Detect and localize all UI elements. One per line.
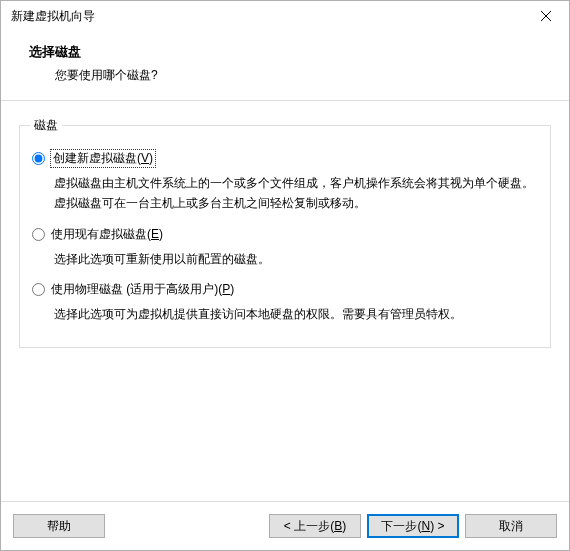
back-button[interactable]: < 上一步(B): [269, 514, 361, 538]
header-panel: 选择磁盘 您要使用哪个磁盘?: [1, 31, 569, 101]
wizard-window: 新建虚拟机向导 选择磁盘 您要使用哪个磁盘? 磁盘 创建新虚拟磁盘(V) 虚拟磁…: [0, 0, 570, 551]
option-create-new-label: 创建新虚拟磁盘(V): [51, 150, 155, 167]
page-title: 选择磁盘: [29, 43, 549, 61]
option-use-existing: 使用现有虚拟磁盘(E) 选择此选项可重新使用以前配置的磁盘。: [30, 226, 540, 269]
option-use-physical-row[interactable]: 使用物理磁盘 (适用于高级用户)(P): [32, 281, 540, 298]
radio-use-existing[interactable]: [32, 228, 45, 241]
window-title: 新建虚拟机向导: [11, 8, 523, 25]
next-button[interactable]: 下一步(N) >: [367, 514, 459, 538]
option-use-physical-label: 使用物理磁盘 (适用于高级用户)(P): [51, 281, 234, 298]
option-use-existing-label: 使用现有虚拟磁盘(E): [51, 226, 163, 243]
page-subtitle: 您要使用哪个磁盘?: [29, 67, 549, 84]
option-create-new-row[interactable]: 创建新虚拟磁盘(V): [32, 150, 540, 167]
group-legend: 磁盘: [30, 117, 62, 134]
option-create-new-desc: 虚拟磁盘由主机文件系统上的一个或多个文件组成，客户机操作系统会将其视为单个硬盘。…: [54, 173, 540, 214]
footer: 帮助 < 上一步(B) 下一步(N) > 取消: [1, 501, 569, 550]
option-use-physical-desc: 选择此选项可为虚拟机提供直接访问本地硬盘的权限。需要具有管理员特权。: [54, 304, 540, 324]
close-icon: [541, 11, 551, 21]
option-use-existing-desc: 选择此选项可重新使用以前配置的磁盘。: [54, 249, 540, 269]
radio-create-new[interactable]: [32, 152, 45, 165]
disk-group: 磁盘 创建新虚拟磁盘(V) 虚拟磁盘由主机文件系统上的一个或多个文件组成，客户机…: [19, 117, 551, 348]
radio-use-physical[interactable]: [32, 283, 45, 296]
cancel-button[interactable]: 取消: [465, 514, 557, 538]
option-use-physical: 使用物理磁盘 (适用于高级用户)(P) 选择此选项可为虚拟机提供直接访问本地硬盘…: [30, 281, 540, 324]
content-area: 磁盘 创建新虚拟磁盘(V) 虚拟磁盘由主机文件系统上的一个或多个文件组成，客户机…: [1, 101, 569, 501]
help-button[interactable]: 帮助: [13, 514, 105, 538]
option-use-existing-row[interactable]: 使用现有虚拟磁盘(E): [32, 226, 540, 243]
option-create-new: 创建新虚拟磁盘(V) 虚拟磁盘由主机文件系统上的一个或多个文件组成，客户机操作系…: [30, 150, 540, 214]
titlebar: 新建虚拟机向导: [1, 1, 569, 31]
close-button[interactable]: [523, 1, 569, 31]
